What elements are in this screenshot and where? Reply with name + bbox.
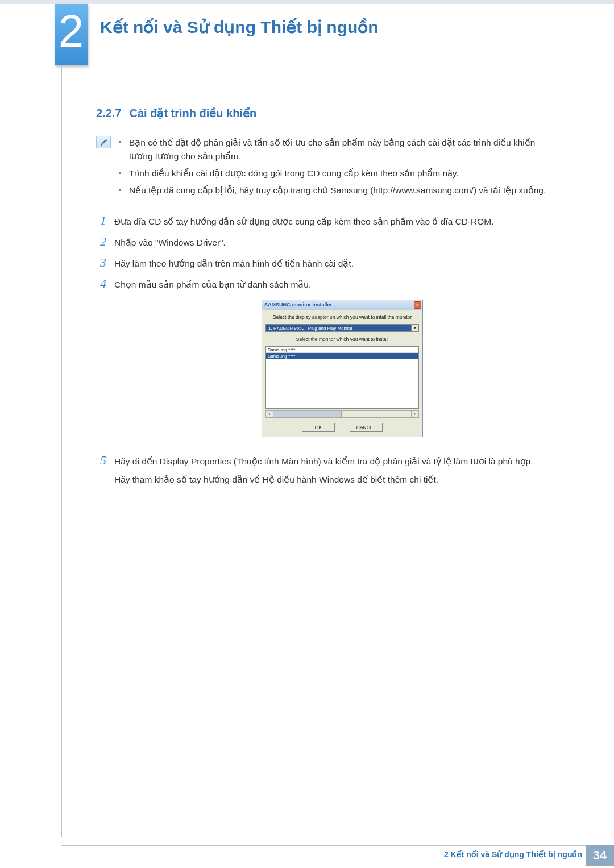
dialog-label: Select the monitor which you want to ins… bbox=[265, 336, 419, 343]
step-number: 2 bbox=[96, 234, 106, 250]
dialog-titlebar: SAMSUNG monitor installer × bbox=[262, 300, 422, 310]
dialog-body: Select the display adapter on which you … bbox=[262, 310, 422, 437]
step-text-line: Chọn mẫu sản phẩm của bạn từ danh sách m… bbox=[114, 278, 560, 292]
note-bullet: Trình điều khiển cài đặt được đóng gói t… bbox=[119, 167, 560, 180]
ok-button[interactable]: OK bbox=[302, 423, 335, 432]
vertical-rule bbox=[61, 65, 62, 837]
step-text: Đưa đĩa CD sổ tay hướng dẫn sử dụng được… bbox=[114, 213, 560, 229]
dialog-screenshot: SAMSUNG monitor installer × Select the d… bbox=[125, 300, 560, 437]
list-item[interactable]: Samsung **** bbox=[266, 353, 418, 359]
chapter-number: 2 bbox=[59, 9, 84, 54]
step: 3 Hãy làm theo hướng dẫn trên màn hình đ… bbox=[96, 255, 560, 271]
installer-dialog: SAMSUNG monitor installer × Select the d… bbox=[262, 300, 423, 437]
step-number: 4 bbox=[96, 276, 106, 447]
page-number: 34 bbox=[586, 845, 614, 866]
footer-rule bbox=[61, 845, 614, 846]
step-number: 1 bbox=[96, 213, 106, 229]
chapter-number-tab: 2 bbox=[55, 4, 88, 65]
note-bullet: Nếu tệp đã cung cấp bị lỗi, hãy truy cập… bbox=[119, 184, 560, 197]
chapter-title: Kết nối và Sử dụng Thiết bị nguồn bbox=[100, 17, 379, 37]
combobox-value: 1. RADEON 9550 : Plug and Play Monitor bbox=[265, 324, 411, 332]
adapter-combobox[interactable]: 1. RADEON 9550 : Plug and Play Monitor ▾ bbox=[265, 324, 419, 332]
scroll-left-icon[interactable]: ‹ bbox=[266, 411, 273, 417]
step: 2 Nhấp vào "Windows Driver". bbox=[96, 234, 560, 250]
note-block: Bạn có thể đặt độ phân giải và tần số tố… bbox=[96, 136, 560, 201]
step-text: Chọn mẫu sản phẩm của bạn từ danh sách m… bbox=[114, 276, 560, 447]
scroll-right-icon[interactable]: › bbox=[411, 411, 418, 417]
dialog-button-row: OK CANCEL bbox=[265, 423, 419, 432]
step-number: 3 bbox=[96, 255, 106, 271]
list-item[interactable]: Samsung **** bbox=[266, 347, 418, 353]
step-text-line: Hãy tham khảo sổ tay hướng dẫn về Hệ điề… bbox=[114, 473, 560, 487]
header-stripe bbox=[0, 0, 614, 4]
content-area: 2.2.7Cài đặt trình điều khiển Bạn có thể… bbox=[96, 106, 560, 497]
section-title: Cài đặt trình điều khiển bbox=[129, 107, 256, 119]
horizontal-scrollbar[interactable]: ‹ › bbox=[265, 410, 419, 418]
step: 5 Hãy đi đến Display Properties (Thuộc t… bbox=[96, 453, 560, 491]
monitor-listbox[interactable]: Samsung **** Samsung **** bbox=[265, 346, 419, 409]
page-footer: 2 Kết nối và Sử dụng Thiết bị nguồn 34 bbox=[0, 845, 614, 868]
step-text: Nhấp vào "Windows Driver". bbox=[114, 234, 560, 250]
step: 4 Chọn mẫu sản phẩm của bạn từ danh sách… bbox=[96, 276, 560, 447]
step: 1 Đưa đĩa CD sổ tay hướng dẫn sử dụng đư… bbox=[96, 213, 560, 229]
step-text-line: Hãy đi đến Display Properties (Thuộc tín… bbox=[114, 455, 560, 468]
page: 2 Kết nối và Sử dụng Thiết bị nguồn 2.2.… bbox=[0, 0, 614, 868]
steps-list: 1 Đưa đĩa CD sổ tay hướng dẫn sử dụng đư… bbox=[96, 213, 560, 491]
scrollbar-thumb[interactable] bbox=[273, 411, 342, 417]
note-icon bbox=[96, 136, 111, 148]
step-text: Hãy làm theo hướng dẫn trên màn hình để … bbox=[114, 255, 560, 271]
dialog-title: SAMSUNG monitor installer bbox=[264, 301, 332, 309]
page-header: 2 Kết nối và Sử dụng Thiết bị nguồn bbox=[0, 0, 614, 65]
note-bullet: Bạn có thể đặt độ phân giải và tần số tố… bbox=[119, 136, 560, 163]
step-number: 5 bbox=[96, 453, 106, 491]
section-number: 2.2.7 bbox=[96, 107, 121, 119]
scrollbar-track[interactable] bbox=[342, 411, 411, 417]
cancel-button[interactable]: CANCEL bbox=[350, 423, 383, 432]
section-heading: 2.2.7Cài đặt trình điều khiển bbox=[96, 106, 560, 120]
footer-chapter-title: 2 Kết nối và Sử dụng Thiết bị nguồn bbox=[444, 850, 582, 859]
chevron-down-icon[interactable]: ▾ bbox=[411, 324, 419, 332]
step-text: Hãy đi đến Display Properties (Thuộc tín… bbox=[114, 453, 560, 491]
note-bullet-list: Bạn có thể đặt độ phân giải và tần số tố… bbox=[119, 136, 560, 201]
close-icon[interactable]: × bbox=[414, 301, 421, 309]
dialog-label: Select the display adapter on which you … bbox=[265, 314, 419, 321]
